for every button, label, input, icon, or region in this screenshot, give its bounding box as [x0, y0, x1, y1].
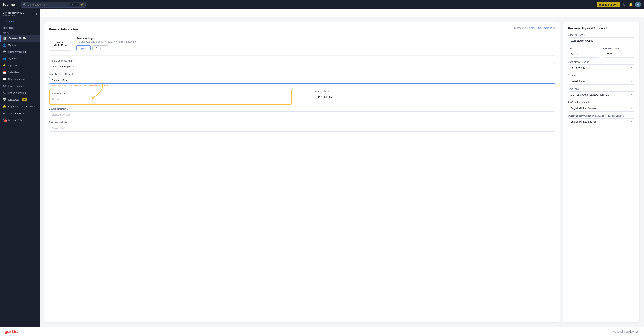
- location-sub: Scranton, PA: [3, 14, 25, 17]
- sidebar-item-my-profile[interactable]: 👤 My Profile: [0, 42, 40, 49]
- outbound-lang-group: Outbound communication language for cust…: [568, 115, 635, 125]
- tab-1[interactable]: ...: [44, 9, 46, 17]
- state-select[interactable]: Pennsylvania: [568, 65, 635, 71]
- search-input[interactable]: [28, 3, 68, 6]
- friendly-name-label: Friendly Business Name: [49, 60, 555, 62]
- sidebar-location[interactable]: Dunder Mifflin [D... Scranton, PA ▾: [0, 9, 40, 18]
- phone-icon[interactable]: 📞: [622, 3, 626, 7]
- go-back-button[interactable]: < Go Back: [0, 18, 40, 25]
- postal-group: Postal/Zip Code: [603, 47, 635, 58]
- timezone-group: Time Zone * GMT-05:00 America/New_York (…: [568, 88, 635, 98]
- city-label: City: [568, 47, 600, 50]
- sidebar-item-reputation-management[interactable]: ⭐ Reputation Management: [0, 103, 40, 110]
- guidde-logo: guidde.: [4, 329, 18, 334]
- body-wrap: Dunder Mifflin [D... Scranton, PA ▾ < Go…: [0, 9, 644, 327]
- timezone-label: Time Zone *: [568, 88, 635, 90]
- chevron-down-icon: ▾: [36, 12, 37, 16]
- top-navigation: topline 🔍 Ctrl + K ⚡ topline Support 📞 🔔…: [0, 0, 644, 9]
- sidebar: Dunder Mifflin [D... Scranton, PA ▾ < Go…: [0, 9, 40, 327]
- lightning-icon: ⚡: [80, 3, 84, 6]
- main-content: ... ... ... General Information Location…: [40, 9, 644, 327]
- location-id-label: Location ID: [514, 27, 526, 29]
- friendly-name-input[interactable]: [49, 63, 555, 70]
- business-website-label: Business Website: [49, 121, 555, 124]
- sidebar-item-label: Custom Values: [8, 119, 24, 122]
- sidebar-item-calendars[interactable]: 📅 Calendars: [0, 69, 40, 76]
- app-logo: topline: [3, 3, 15, 7]
- address-info-icon: ℹ: [606, 27, 607, 30]
- sidebar-item-whatsapp[interactable]: 💬 WhatsApp beta: [0, 96, 40, 103]
- country-group: Country United States: [568, 74, 635, 85]
- outbound-lang-label: Outbound communication language for cust…: [568, 115, 635, 117]
- copy-icon[interactable]: ⧉: [554, 27, 555, 29]
- notification-badge: 10: [4, 119, 7, 122]
- sidebar-item-email-services[interactable]: ✉ Email Services: [0, 83, 40, 89]
- search-bar[interactable]: 🔍 Ctrl + K ⚡: [21, 2, 86, 8]
- street-info-icon: ℹ: [584, 34, 585, 36]
- sidebar-item-custom-fields[interactable]: ✏ Custom Fields: [0, 110, 40, 117]
- timezone-select[interactable]: GMT-05:00 America/New_York (EST): [568, 91, 635, 98]
- outbound-lang-select[interactable]: English (United States): [568, 118, 635, 125]
- location-id-row: Location ID ℹ f4rkiVQsxJaZlkCmaJlw ⧉: [514, 27, 555, 29]
- support-button[interactable]: topline Support: [596, 2, 620, 7]
- main-body: General Information Location ID ℹ f4rkiV…: [40, 18, 644, 327]
- business-website-input[interactable]: [49, 125, 555, 132]
- sidebar-item-label: Calendars: [8, 71, 19, 74]
- branded-domain-input[interactable]: [49, 111, 555, 118]
- street-address-group: Street Address ℹ: [568, 34, 635, 44]
- platform-lang-group: Platform Language ℹ English (United Stat…: [568, 101, 635, 112]
- postal-label: Postal/Zip Code: [603, 47, 635, 50]
- my-staff-icon: 👥: [3, 57, 6, 60]
- general-info-title: General Information: [49, 28, 78, 31]
- postal-input[interactable]: [603, 51, 635, 58]
- legal-name-input[interactable]: [49, 77, 555, 84]
- custom-fields-icon: ✏: [3, 112, 6, 115]
- logo-label: Business Logo: [76, 37, 555, 40]
- business-phone-input[interactable]: [313, 94, 546, 100]
- city-postal-row: City Postal/Zip Code: [568, 47, 635, 61]
- location-id-value: f4rkiVQsxJaZlkCmaJlw: [529, 27, 552, 29]
- location-selector[interactable]: Dunder Mifflin [D... Scranton, PA ▾: [3, 12, 37, 17]
- sidebar-item-company-billing[interactable]: 🏛 Company Billing: [0, 49, 40, 55]
- bottom-bar: guidde. Made with guidde.com: [0, 327, 644, 336]
- dunder-logo: DUNDERMIFFLIN,Inc.: [54, 42, 67, 46]
- city-group: City: [568, 47, 600, 58]
- sidebar-item-label: WhatsApp: [8, 98, 19, 101]
- sidebar-item-phone-numbers[interactable]: 📞 Phone Numbers: [0, 89, 40, 96]
- sidebar-item-business-profile[interactable]: 🏢 Business Profile: [0, 35, 40, 42]
- settings-title: Settings: [0, 25, 40, 30]
- outbound-lang-info-icon: ℹ: [623, 115, 624, 117]
- bell-icon[interactable]: 🔔: [629, 3, 633, 7]
- legal-name-group: Legal Business Name ℹ Enter the exact le…: [49, 73, 555, 87]
- street-input[interactable]: [568, 38, 635, 44]
- logo-actions: Upload Remove: [76, 46, 555, 51]
- legal-name-hint: Enter the exact legal business name, as …: [49, 85, 555, 87]
- legal-name-info-icon: ℹ: [72, 73, 73, 76]
- upload-button[interactable]: Upload: [76, 46, 90, 51]
- logo-preview: DUNDERMIFFLIN,Inc.: [49, 37, 72, 51]
- business-email-input[interactable]: [52, 96, 290, 102]
- sidebar-item-custom-values[interactable]: 🔧 Custom Values 10: [0, 117, 40, 124]
- apps-title: Apps: [0, 30, 40, 35]
- state-label: State / Prov / Region: [568, 61, 635, 63]
- sidebar-item-conversation-ai[interactable]: 💬 Conversation AI: [0, 76, 40, 83]
- sidebar-item-label: Phone Numbers: [8, 91, 26, 94]
- email-highlight-box: Business Email: [49, 90, 292, 105]
- country-select[interactable]: United States: [568, 78, 635, 85]
- sidebar-item-my-staff[interactable]: 👥 My Staff: [0, 55, 40, 62]
- sidebar-item-label: Reputation Management: [8, 105, 35, 108]
- general-info-card: General Information Location ID ℹ f4rkiV…: [44, 22, 560, 322]
- tab-3[interactable]: ...: [58, 9, 60, 17]
- avatar[interactable]: U: [635, 2, 641, 8]
- sidebar-item-pipelines[interactable]: ⚡ Pipelines: [0, 62, 40, 69]
- business-profile-icon: 🏢: [3, 37, 7, 40]
- city-input[interactable]: [568, 51, 600, 58]
- phone-label: Business Phone: [313, 90, 546, 93]
- tab-2[interactable]: ...: [51, 9, 53, 17]
- remove-button[interactable]: Remove: [92, 46, 108, 51]
- search-icon: 🔍: [23, 3, 26, 6]
- calendars-icon: 📅: [3, 71, 6, 74]
- platform-lang-select[interactable]: English (United States): [568, 105, 635, 112]
- branded-domain-group: Branded Domain ℹ: [49, 108, 555, 118]
- email-phone-section: Business Email Business Phone: [49, 90, 555, 105]
